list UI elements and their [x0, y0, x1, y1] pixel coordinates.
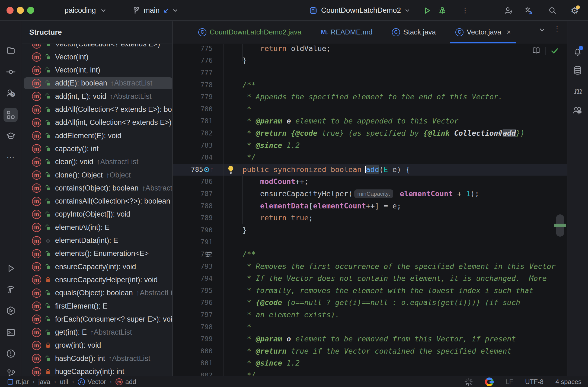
code-text[interactable]: * {@code (o==null ? get(i)==null : o.equ…: [225, 297, 520, 309]
code-text[interactable]: }: [225, 55, 247, 67]
code-line-790[interactable]: 790 }: [173, 224, 567, 236]
structure-item-Vector[interactable]: mVector(int, int): [22, 64, 172, 77]
structure-item-elementAt[interactable]: melementAt(int): E: [22, 221, 172, 234]
code-line-793[interactable]: 793 * Removes the first occurrence of th…: [173, 261, 567, 273]
code-text[interactable]: *: [225, 321, 251, 333]
code-line-787[interactable]: 787 ensureCapacityHelper(minCapacity: el…: [173, 188, 567, 200]
code-line-801[interactable]: 801 * @since 1.2: [173, 357, 567, 369]
commit-tool-icon[interactable]: [6, 67, 16, 77]
code-line-786[interactable]: 786 modCount++;: [173, 176, 567, 188]
adjust-indent-icon[interactable]: [206, 252, 212, 258]
code-text[interactable]: }: [225, 224, 247, 236]
code-text[interactable]: *: [225, 103, 251, 115]
code-line-795[interactable]: 795 * formally, removes the element with…: [173, 285, 567, 297]
window-zoom-button[interactable]: [27, 7, 34, 14]
code-text[interactable]: * @since 1.2: [225, 357, 300, 369]
code-text[interactable]: */: [225, 369, 256, 376]
code-line-794[interactable]: 794 * If the Vector does not contain the…: [173, 272, 567, 285]
pull-requests-tool-icon[interactable]: ?: [6, 88, 16, 98]
code-line-798[interactable]: 798 *: [173, 321, 567, 333]
indent-widget[interactable]: 4 spaces: [555, 378, 581, 386]
code-line-775[interactable]: 775 return oldValue;: [173, 44, 567, 55]
editor-tab-vector-java[interactable]: CVector.java×: [446, 21, 520, 43]
code-line-782[interactable]: 782 * @return {@code true} (as specified…: [173, 127, 567, 139]
code-text[interactable]: /**: [225, 248, 256, 261]
notifications-bell-icon[interactable]: [573, 47, 583, 57]
code-text[interactable]: */: [225, 151, 256, 164]
structure-item-grow[interactable]: mgrow(int): void: [22, 339, 172, 352]
structure-item-capacity[interactable]: mcapacity(): int: [22, 142, 172, 155]
code-line-792[interactable]: 792 /**: [173, 248, 567, 261]
code-line-776[interactable]: 776 }: [173, 55, 567, 67]
more-actions-kebab-icon[interactable]: ⋮: [459, 0, 471, 21]
structure-panel-header[interactable]: Structure: [22, 21, 172, 43]
code-line-778[interactable]: 778 /**: [173, 79, 567, 91]
code-text[interactable]: modCount++;: [225, 176, 309, 188]
structure-item-add[interactable]: madd(E): boolean↑AbstractList: [22, 77, 172, 90]
code-text[interactable]: * Removes the first occurrence of the sp…: [225, 261, 555, 273]
structure-item-clone[interactable]: mclone(): Object↑Object: [22, 169, 172, 182]
build-tool-icon[interactable]: [6, 285, 16, 294]
structure-item-addAll[interactable]: maddAll(int, Collection<? extends E>): b…: [22, 116, 172, 129]
code-line-779[interactable]: 779 * Appends the specified element to t…: [173, 91, 567, 103]
code-line-781[interactable]: 781 * @param e element to be appended to…: [173, 115, 567, 127]
structure-tool-icon-selected[interactable]: [4, 108, 18, 122]
google-translate-status-icon[interactable]: [485, 378, 494, 386]
run-configuration-widget[interactable]: CountDownLatchDemo2: [309, 0, 410, 21]
breadcrumb-item-java[interactable]: java: [38, 378, 50, 386]
structure-item-containsAll[interactable]: mcontainsAll(Collection<?>): boolean↑Abs…: [22, 195, 172, 208]
structure-item-clear[interactable]: mclear(): void↑AbstractList: [22, 156, 172, 169]
structure-item-hashCode[interactable]: mhashCode(): int↑AbstractList: [22, 352, 172, 365]
run-tool-icon[interactable]: [6, 264, 16, 273]
breadcrumb-item-util[interactable]: util: [60, 378, 68, 386]
project-widget[interactable]: paicoding: [65, 0, 106, 21]
code-line-784[interactable]: 784 */: [173, 151, 567, 164]
breadcrumb-item-rt-jar[interactable]: rt.jar: [8, 378, 29, 386]
code-text[interactable]: * Appends the specified element to the e…: [225, 91, 503, 103]
override-marker-icon[interactable]: ↑: [204, 166, 214, 173]
encoding-widget[interactable]: UTF-8: [525, 378, 544, 386]
structure-item-get[interactable]: mget(int): E↑AbstractList: [22, 326, 172, 339]
search-icon[interactable]: [546, 0, 559, 21]
inspections-ok-check-icon[interactable]: [551, 47, 559, 55]
maven-tool-icon[interactable]: m: [573, 86, 583, 96]
debug-button[interactable]: [436, 0, 449, 21]
line-ending-widget[interactable]: LF: [506, 378, 513, 386]
project-tool-icon[interactable]: [6, 45, 16, 55]
code-text[interactable]: * formally, removes the element with the…: [225, 285, 533, 297]
structure-item-ensureCapacityHelper[interactable]: mensureCapacityHelper(int): void: [22, 273, 172, 286]
structure-item-copyInto[interactable]: mcopyInto(Object[]): void: [22, 208, 172, 221]
code-text[interactable]: * @since 1.2: [225, 139, 300, 152]
tab-options-kebab-icon[interactable]: ⋮: [553, 27, 561, 30]
code-editor[interactable]: 775 return oldValue;776 }777778 /**779 *…: [173, 44, 567, 376]
code-line-780[interactable]: 780 *: [173, 103, 567, 115]
breadcrumb-item-Vector[interactable]: CVector: [78, 378, 106, 386]
code-line-783[interactable]: 783 * @since 1.2: [173, 139, 567, 152]
code-text[interactable]: return true;: [225, 212, 313, 224]
code-text[interactable]: /**: [225, 79, 256, 91]
code-line-785[interactable]: 785↑ public synchronized boolean add(E e…: [173, 164, 567, 176]
code-line-788[interactable]: 788 elementData[elementCount++] = e;: [173, 200, 567, 212]
structure-item-firstElement[interactable]: mfirstElement(): E: [22, 300, 172, 313]
code-text[interactable]: * @return {@code true} (as specified by …: [225, 127, 525, 139]
code-text[interactable]: public synchronized boolean add(E e) {: [225, 164, 410, 176]
gradle-people-chat-icon[interactable]: [573, 106, 583, 115]
code-text[interactable]: * @param e element to be appended to thi…: [225, 115, 459, 127]
code-line-800[interactable]: 800 * @return true if the Vector contain…: [173, 345, 567, 357]
database-tool-icon[interactable]: [573, 65, 583, 75]
structure-item-add[interactable]: madd(int, E): void↑AbstractList: [22, 90, 172, 103]
breadcrumb-item-add[interactable]: madd: [116, 378, 136, 386]
editor-tab-stack-java[interactable]: CStack.java: [382, 21, 446, 43]
structure-item-forEach[interactable]: mforEach(Consumer<? super E>): void: [22, 313, 172, 326]
structure-item-Vector[interactable]: mVector(Collection<? extends E>): [22, 44, 172, 50]
code-line-797[interactable]: 797 * an element exists).: [173, 309, 567, 321]
problems-tool-icon[interactable]: [6, 349, 16, 359]
services-tool-icon[interactable]: [6, 306, 16, 316]
add-user-button[interactable]: [502, 0, 514, 21]
code-text[interactable]: * @return true if the Vector contained t…: [225, 345, 512, 357]
structure-item-equals[interactable]: mequals(Object): boolean↑AbstractList: [22, 287, 172, 300]
code-line-791[interactable]: 791: [173, 236, 567, 248]
vcs-branch-widget[interactable]: main ↙: [132, 0, 178, 21]
structure-item-contains[interactable]: mcontains(Object): boolean↑AbstractColle…: [22, 182, 172, 195]
translate-button[interactable]: A: [523, 0, 535, 21]
